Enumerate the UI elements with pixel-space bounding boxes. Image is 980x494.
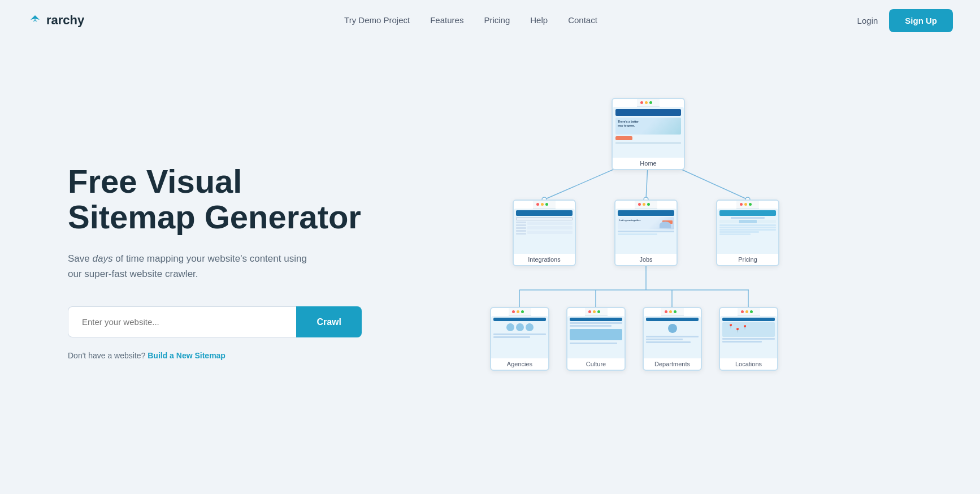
nav-contact[interactable]: Contact — [568, 15, 597, 25]
node-departments-label: Departments — [654, 358, 690, 370]
hero-right: There's a betterway to grow. Home — [362, 86, 935, 437]
logo-link[interactable]: rarchy — [27, 13, 84, 28]
pricing-preview — [717, 209, 778, 254]
sitemap-node-integrations: Integrations — [513, 200, 576, 266]
nav-try-demo[interactable]: Try Demo Project — [344, 15, 410, 25]
sitemap-node-home: There's a betterway to grow. Home — [612, 98, 685, 170]
agencies-preview — [491, 316, 548, 358]
crawl-form: Crawl — [68, 306, 362, 337]
node-agencies-label: Agencies — [507, 358, 532, 370]
hero-left: Free Visual Sitemap Generator Save days … — [68, 163, 362, 361]
logo-icon — [27, 14, 43, 27]
integrations-preview — [514, 209, 575, 254]
locations-preview: 📍 📍 📍 — [720, 316, 777, 358]
sitemap-node-pricing: Pricing — [716, 200, 779, 266]
nav-features[interactable]: Features — [430, 15, 463, 25]
signup-button[interactable]: Sign Up — [889, 9, 953, 32]
hero-title: Free Visual Sitemap Generator — [68, 163, 362, 236]
crawl-button[interactable]: Crawl — [296, 306, 362, 337]
home-preview: There's a betterway to grow. — [613, 107, 684, 158]
browser-bar — [637, 99, 660, 107]
jobs-preview: Let's grow together. — [615, 209, 677, 254]
node-jobs-label: Jobs — [639, 254, 652, 265]
node-locations-label: Locations — [735, 358, 762, 370]
nav-links: Try Demo Project Features Pricing Help C… — [344, 15, 597, 25]
build-sitemap-link[interactable]: Build a New Sitemap — [148, 351, 226, 360]
node-home-label: Home — [640, 158, 656, 169]
nav-right: Login Sign Up — [857, 9, 953, 32]
node-integrations-label: Integrations — [528, 254, 560, 265]
sitemap-node-jobs: Let's grow together. Jobs — [614, 200, 678, 266]
hero-section: Free Visual Sitemap Generator Save days … — [0, 41, 980, 494]
sitemap-node-culture: Culture — [566, 307, 626, 371]
navbar: rarchy Try Demo Project Features Pricing… — [0, 0, 980, 41]
logo-text: rarchy — [46, 13, 84, 28]
website-input[interactable] — [68, 306, 296, 337]
sitemap-diagram: There's a betterway to grow. Home — [479, 98, 818, 437]
nav-help[interactable]: Help — [530, 15, 548, 25]
departments-preview — [644, 316, 701, 358]
login-link[interactable]: Login — [857, 16, 878, 25]
hero-subtitle: Save days of time mapping your website's… — [68, 251, 316, 281]
sitemap-node-departments: Departments — [643, 307, 702, 371]
nav-pricing[interactable]: Pricing — [484, 15, 510, 25]
node-culture-label: Culture — [586, 358, 606, 370]
node-pricing-label: Pricing — [738, 254, 757, 265]
no-website-text: Don't have a website? Build a New Sitema… — [68, 351, 362, 360]
sitemap-node-agencies: Agencies — [490, 307, 549, 371]
culture-preview — [567, 316, 625, 358]
sitemap-node-locations: 📍 📍 📍 Locations — [719, 307, 778, 371]
